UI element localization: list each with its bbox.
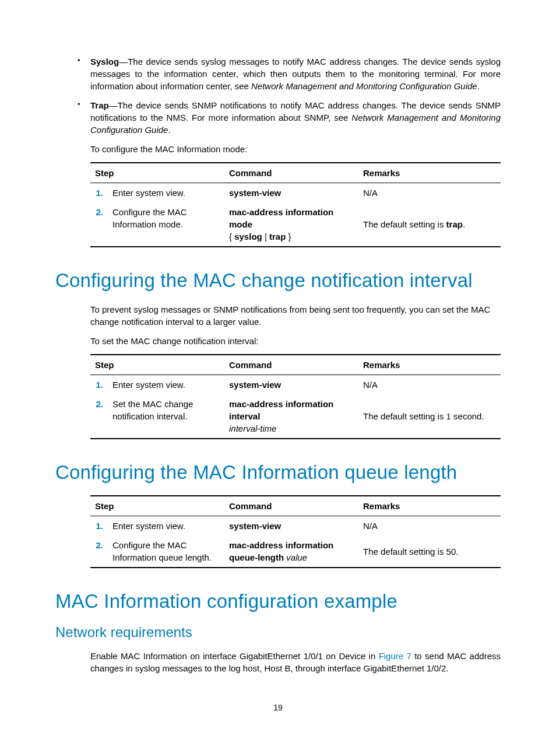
remarks-text: The default setting is xyxy=(363,219,446,229)
page-number: 19 xyxy=(0,703,556,712)
doc-ref: Network Management and Monitoring Config… xyxy=(251,81,477,91)
command-cell: mac-address information mode{ syslog | t… xyxy=(224,202,358,247)
para-network-req: Enable MAC Information on interface Giga… xyxy=(90,650,501,674)
table-row: 1. Enter system view. system-view N/A xyxy=(90,516,501,536)
th-step: Step xyxy=(90,496,224,516)
bullet-term: Trap xyxy=(90,100,109,110)
bullet-term: Syslog xyxy=(90,57,119,66)
step-text: Enter system view. xyxy=(108,183,224,203)
remarks-bold: trap xyxy=(446,219,463,229)
bullet-syslog: Syslog—The device sends syslog messages … xyxy=(90,55,501,92)
figure-link[interactable]: Figure 7 xyxy=(379,651,411,661)
table-row: 2. Configure the MAC Information mode. m… xyxy=(90,202,501,247)
heading-notification-interval: Configuring the MAC change notification … xyxy=(55,270,501,292)
para-interval: To prevent syslog messages or SNMP notif… xyxy=(90,303,501,328)
th-remarks: Remarks xyxy=(358,163,501,183)
command-bold: mac-address information queue-length xyxy=(229,540,333,562)
th-command: Command xyxy=(224,355,358,375)
step-number: 1. xyxy=(90,375,108,395)
step-text: Enter system view. xyxy=(108,375,224,395)
bullet-list: Syslog—The device sends syslog messages … xyxy=(55,55,501,136)
step-text: Configure the MAC Information queue leng… xyxy=(108,536,224,568)
command-bold: mac-address information mode xyxy=(229,207,333,229)
command-cell: system-view xyxy=(224,516,358,536)
table-row: 2. Configure the MAC Information queue l… xyxy=(90,536,501,568)
th-remarks: Remarks xyxy=(358,496,501,516)
table-queue-length: Step Command Remarks 1. Enter system vie… xyxy=(90,495,501,568)
bullet-tail: . xyxy=(477,81,480,91)
command-bold: system-view xyxy=(229,188,281,198)
para-before-link: Enable MAC Information on interface Giga… xyxy=(90,651,379,661)
step-number: 1. xyxy=(90,183,108,203)
table-mac-info-mode: Step Command Remarks 1. Enter system vie… xyxy=(90,162,501,247)
table-row: 1. Enter system view. system-view N/A xyxy=(90,375,501,395)
table-notification-interval: Step Command Remarks 1. Enter system vie… xyxy=(90,354,501,439)
remarks-cell: The default setting is 1 second. xyxy=(358,394,501,439)
remarks-cell: N/A xyxy=(358,375,501,395)
command-rest: { syslog | trap } xyxy=(229,232,291,242)
step-text: Set the MAC change notification interval… xyxy=(108,394,224,439)
th-step: Step xyxy=(90,163,224,183)
heading-queue-length: Configuring the MAC Information queue le… xyxy=(55,461,501,484)
th-command: Command xyxy=(224,163,358,183)
remarks-cell: The default setting is trap. xyxy=(358,202,501,247)
step-text: Configure the MAC Information mode. xyxy=(108,202,224,247)
command-bold: system-view xyxy=(229,380,281,390)
command-cell: system-view xyxy=(224,375,358,395)
command-bold: mac-address information interval xyxy=(229,399,333,421)
table-row: 2. Set the MAC change notification inter… xyxy=(90,394,501,439)
command-bold: system-view xyxy=(229,521,281,531)
remarks-cell: N/A xyxy=(358,516,501,536)
remarks-cell: The default setting is 50. xyxy=(358,536,501,568)
intro-set-interval: To set the MAC change notification inter… xyxy=(90,335,501,347)
subheading-network-req: Network requirements xyxy=(55,624,501,640)
th-step: Step xyxy=(90,355,224,375)
command-cell: mac-address information queue-length val… xyxy=(224,536,358,568)
command-italic: interval-time xyxy=(229,424,277,433)
th-command: Command xyxy=(224,496,358,516)
remarks-tail: . xyxy=(463,219,465,229)
th-remarks: Remarks xyxy=(358,355,501,375)
bullet-trap: Trap—The device sends SNMP notifications… xyxy=(90,99,501,136)
remarks-cell: N/A xyxy=(358,183,501,203)
step-number: 2. xyxy=(90,202,108,247)
command-cell: mac-address information intervalinterval… xyxy=(224,394,358,439)
command-cell: system-view xyxy=(224,183,358,203)
step-number: 2. xyxy=(90,394,108,439)
heading-config-example: MAC Information configuration example xyxy=(55,590,501,612)
step-text: Enter system view. xyxy=(108,516,224,536)
step-number: 2. xyxy=(90,536,108,568)
command-italic: value xyxy=(284,552,307,562)
bullet-tail: . xyxy=(168,125,170,135)
step-number: 1. xyxy=(90,516,108,536)
table-row: 1. Enter system view. system-view N/A xyxy=(90,183,501,203)
intro-configure-mode: To configure the MAC Information mode: xyxy=(90,143,501,155)
